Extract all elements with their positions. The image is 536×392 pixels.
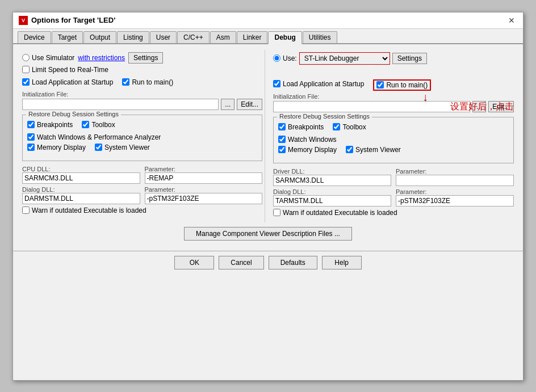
use-debugger-radio-label[interactable]: Use: <box>273 54 297 62</box>
left-run-to-main-checkbox[interactable] <box>122 78 129 86</box>
left-breakpoints-row: Breakpoints <box>27 121 73 129</box>
tab-listing[interactable]: Listing <box>117 31 149 43</box>
left-watch-checkbox[interactable] <box>27 133 35 141</box>
right-restore-group-title: Restore Debug Session Settings <box>277 113 372 120</box>
tab-asm[interactable]: Asm <box>210 31 236 43</box>
left-cpu-param-col: Parameter: <box>145 166 263 184</box>
simulator-settings-button[interactable]: Settings <box>128 52 163 64</box>
right-toolbox-checkbox[interactable] <box>333 123 340 130</box>
right-init-file-label: Initialization File: <box>273 93 514 100</box>
left-memory-row: Memory Display <box>27 144 86 151</box>
right-memory-system-row: Memory Display System Viewer <box>278 146 509 156</box>
use-simulator-radio[interactable] <box>22 54 30 61</box>
right-driver-dll-input[interactable] <box>273 175 391 186</box>
right-driver-param-label: Parameter: <box>396 168 514 175</box>
debugger-select[interactable]: ST-Link Debugger <box>299 52 390 65</box>
left-memory-checkbox[interactable] <box>27 144 35 151</box>
right-memory-checkbox[interactable] <box>278 146 286 153</box>
defaults-button[interactable]: Defaults <box>269 256 317 269</box>
main-content: Use Simulator with restrictions Settings… <box>13 44 523 251</box>
right-system-checkbox[interactable] <box>346 146 353 153</box>
limit-speed-label: Limit Speed to Real-Time <box>32 66 108 74</box>
left-watch-row: Watch Windows & Performance Analyzer <box>27 133 257 141</box>
right-breakpoints-checkbox[interactable] <box>278 123 286 130</box>
use-simulator-radio-label[interactable]: Use Simulator <box>22 54 74 62</box>
left-cpu-param-label: Parameter: <box>145 166 263 172</box>
left-column: Use Simulator with restrictions Settings… <box>20 50 265 222</box>
left-dialog-param-col: Parameter: <box>145 186 263 204</box>
right-run-to-main-checkbox[interactable] <box>376 81 384 88</box>
ok-button[interactable]: OK <box>174 256 214 269</box>
right-breakpoints-label: Breakpoints <box>288 123 324 131</box>
left-init-file-input[interactable] <box>22 99 219 110</box>
right-dialog-dll-pair: Dialog DLL: Parameter: <box>273 188 514 206</box>
right-dialog-param-input[interactable] <box>396 195 514 206</box>
tab-output[interactable]: Output <box>83 31 116 43</box>
limit-speed-row: Limit Speed to Real-Time <box>22 66 262 74</box>
right-load-app-row: Load Application at Startup <box>273 80 364 88</box>
right-load-app-checkbox[interactable] <box>273 80 280 87</box>
tab-user[interactable]: User <box>150 31 177 43</box>
help-button[interactable]: Help <box>322 256 362 269</box>
left-dialog-dll-label: Dialog DLL: <box>22 186 140 193</box>
tab-cpp[interactable]: C/C++ <box>177 31 210 43</box>
right-load-run-group: Load Application at Startup Run to main(… <box>273 79 514 91</box>
close-button[interactable]: ✕ <box>506 16 517 25</box>
right-driver-dll-pair: Driver DLL: Parameter: <box>273 168 514 186</box>
manage-btn-container: Manage Component Viewer Description File… <box>20 227 516 241</box>
right-warn-label: Warn if outdated Executable is loaded <box>283 209 397 217</box>
left-breakpoints-label: Breakpoints <box>37 121 73 129</box>
right-restore-content: Breakpoints Toolbox Watch Windows <box>278 123 509 156</box>
tab-target[interactable]: Target <box>52 31 83 43</box>
left-warn-checkbox[interactable] <box>22 206 30 214</box>
left-dialog-param-input[interactable] <box>145 193 263 204</box>
manage-component-button[interactable]: Manage Component Viewer Description File… <box>184 227 352 241</box>
right-spacer <box>273 67 514 79</box>
left-dialog-param-label: Parameter: <box>145 186 263 193</box>
left-cpu-dll-input[interactable] <box>22 172 140 184</box>
left-cpu-param-input[interactable] <box>145 172 263 184</box>
use-debugger-row: Use: ST-Link Debugger Settings <box>273 52 514 65</box>
right-breakpoints-toolbox-row: Breakpoints Toolbox <box>278 123 509 133</box>
right-init-file-input[interactable] <box>273 101 470 112</box>
right-edit-button[interactable]: Edit... <box>488 101 514 112</box>
tab-device[interactable]: Device <box>18 31 51 43</box>
right-dialog-dll-label: Dialog DLL: <box>273 188 391 195</box>
cancel-button[interactable]: Cancel <box>219 256 263 269</box>
left-toolbox-checkbox[interactable] <box>82 121 89 128</box>
right-warn-checkbox[interactable] <box>273 209 280 216</box>
left-breakpoints-checkbox[interactable] <box>27 121 35 128</box>
right-driver-param-input[interactable] <box>396 175 514 186</box>
options-dialog: V Options for Target 'LED' ✕ Device Targ… <box>12 12 524 381</box>
use-debugger-radio[interactable] <box>273 54 280 62</box>
left-load-run-group: Load Application at Startup Run to main(… <box>22 78 262 88</box>
left-memory-system-row: Memory Display System Viewer <box>27 144 257 154</box>
right-browse-button[interactable]: ... <box>472 101 486 112</box>
right-dialog-dll-input[interactable] <box>273 195 391 206</box>
tab-linker[interactable]: Linker <box>237 31 268 43</box>
left-dialog-dll-col: Dialog DLL: <box>22 186 140 204</box>
left-cpu-dll-pair: CPU DLL: Parameter: <box>22 166 262 184</box>
left-restore-group: Restore Debug Session Settings Breakpoin… <box>22 115 262 161</box>
two-column-layout: Use Simulator with restrictions Settings… <box>20 50 516 222</box>
limit-speed-checkbox[interactable] <box>22 66 30 73</box>
left-run-to-main-label: Run to main() <box>132 78 173 86</box>
tab-debug[interactable]: Debug <box>268 31 302 44</box>
left-edit-button[interactable]: Edit... <box>237 99 262 110</box>
left-system-checkbox[interactable] <box>95 144 102 151</box>
right-settings-button[interactable]: Settings <box>392 53 427 64</box>
tab-utilities[interactable]: Utilities <box>303 31 337 43</box>
left-browse-button[interactable]: ... <box>221 99 235 110</box>
use-simulator-label: Use Simulator <box>32 54 74 62</box>
right-watch-checkbox[interactable] <box>278 136 286 143</box>
right-breakpoints-row: Breakpoints <box>278 123 324 131</box>
right-restore-group: Restore Debug Session Settings Breakpoin… <box>273 117 514 163</box>
dialog-title: Options for Target 'LED' <box>31 16 115 24</box>
with-restrictions-link[interactable]: with restrictions <box>78 54 125 62</box>
left-load-app-checkbox[interactable] <box>22 78 30 86</box>
right-watch-label: Watch Windows <box>288 136 337 144</box>
left-system-row: System Viewer <box>95 144 150 151</box>
left-dialog-dll-input[interactable] <box>22 193 140 204</box>
right-dialog-param-label: Parameter: <box>396 188 514 195</box>
left-warn-row: Warn if outdated Executable is loaded <box>22 206 262 214</box>
